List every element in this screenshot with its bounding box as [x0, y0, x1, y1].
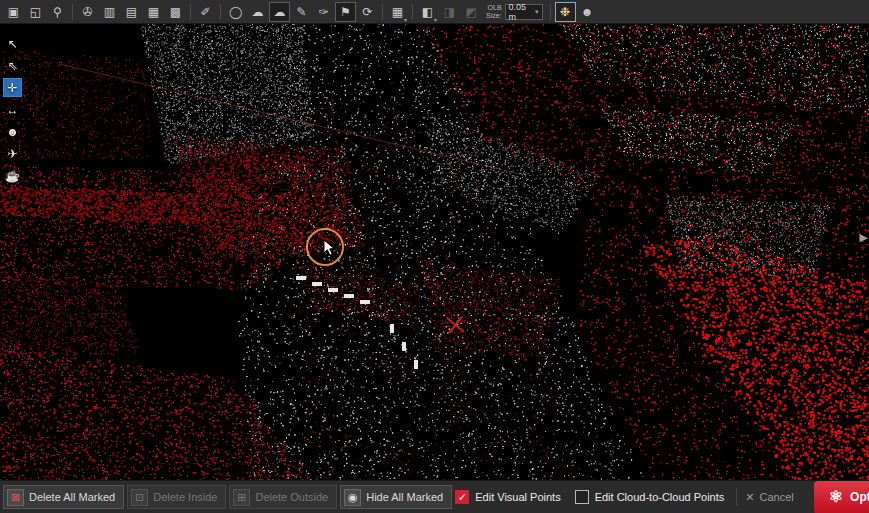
- pipette-tool-icon[interactable]: ✑: [313, 2, 334, 22]
- icon-glyph: ▣: [8, 5, 19, 19]
- clip-box-icon[interactable]: ◧▾: [417, 2, 438, 22]
- icon-glyph: ⚲: [53, 5, 62, 19]
- measure-distance-icon[interactable]: ↔: [3, 100, 22, 119]
- paint-bucket-icon[interactable]: ☕: [3, 166, 22, 185]
- button-label: Delete All Marked: [29, 491, 115, 503]
- cancel-button[interactable]: ✕ Cancel: [736, 488, 801, 506]
- button-label: Delete Inside: [153, 491, 217, 503]
- clip-outside-icon: ◩: [461, 2, 482, 22]
- select-cursor-icon[interactable]: ↖: [3, 34, 22, 53]
- left-toolbar: ↖⇖✛↔☻✈☕: [3, 34, 22, 185]
- icon-glyph: ⟳: [362, 5, 372, 19]
- check-icon: ✓: [458, 492, 467, 503]
- edit-cloud-to-cloud-checkbox[interactable]: Edit Cloud-to-Cloud Points: [575, 490, 725, 504]
- cloud-download-icon[interactable]: ☁: [247, 2, 268, 22]
- icon-glyph: ☻: [6, 125, 19, 139]
- magnifier-icon[interactable]: ⚲: [47, 2, 68, 22]
- bottom-buttons-group: ⊠Delete All Marked⊡Delete Inside⊞Delete …: [3, 485, 455, 509]
- control-point-icon[interactable]: ☻: [577, 2, 598, 22]
- button-label: Hide All Marked: [366, 491, 443, 503]
- checkbox-group: ✓Edit Visual PointsEdit Cloud-to-Cloud P…: [455, 490, 724, 504]
- select-marquee-icon[interactable]: ⇖: [3, 56, 22, 75]
- display-mode-dropdown[interactable]: ▦▾: [387, 2, 408, 22]
- highlight-tool-icon[interactable]: ❉: [555, 2, 576, 22]
- icon-glyph: ✑: [318, 5, 328, 19]
- icon-glyph: ↖: [7, 37, 17, 51]
- pencil-tool-icon[interactable]: ✎: [291, 2, 312, 22]
- panel-expander-arrow[interactable]: ▶: [860, 231, 868, 244]
- split-view-icon[interactable]: ▥: [99, 2, 120, 22]
- olb-size-group: OLBSize:0.05 m▾: [486, 4, 543, 20]
- thumbnail-grid-icon[interactable]: ▦: [143, 2, 164, 22]
- icon-glyph: ⚑: [340, 5, 351, 19]
- circle-select-icon[interactable]: ◯: [225, 2, 246, 22]
- icon-glyph: ▩: [170, 5, 181, 19]
- icon-glyph: ✇: [82, 5, 92, 19]
- camera-icon[interactable]: ✇: [77, 2, 98, 22]
- hide-all-marked-button[interactable]: ◉Hide All Marked: [340, 485, 452, 509]
- fly-mode-icon[interactable]: ✈: [3, 144, 22, 163]
- orbit-view-icon[interactable]: ⟳: [357, 2, 378, 22]
- icon-glyph: ⇖: [7, 59, 17, 73]
- icon-glyph: ☕: [5, 169, 20, 183]
- person-view-icon[interactable]: ☻: [3, 122, 22, 141]
- application-window: ▣◱⚲✇▥▤▦▩✐◯☁☁✎✑⚑⟳▦▾◧▾◨◩OLBSize:0.05 m▾❉☻ …: [0, 0, 869, 513]
- olb-size-label-line1: OLB: [486, 4, 502, 12]
- pan-tool-icon[interactable]: ✛: [3, 78, 22, 97]
- brush-cursor-ring: [306, 228, 344, 266]
- photo-list-icon[interactable]: ▤: [121, 2, 142, 22]
- icon-glyph: ✛: [7, 81, 17, 95]
- olb-size-label-line2: Size:: [486, 12, 502, 20]
- checkbox-box: [575, 490, 589, 504]
- icon-glyph: ◱: [30, 5, 41, 19]
- delete-all-marked-button[interactable]: ⊠Delete All Marked: [3, 485, 124, 509]
- icon-glyph: ◯: [229, 5, 242, 19]
- image-preview-icon[interactable]: ▣: [3, 2, 24, 22]
- top-toolbar-items: ▣◱⚲✇▥▤▦▩✐◯☁☁✎✑⚑⟳▦▾◧▾◨◩OLBSize:0.05 m▾❉☻: [3, 0, 598, 23]
- toolbar-separator: [412, 4, 413, 20]
- icon-glyph: ✈: [7, 147, 17, 161]
- delete-outside-icon: ⊞: [233, 489, 250, 506]
- toolbar-separator: [220, 4, 221, 20]
- marker-pin-icon[interactable]: ⚑: [335, 2, 356, 22]
- icon-glyph: ✐: [200, 5, 210, 19]
- close-icon: ✕: [745, 491, 754, 504]
- icon-glyph: ☁: [274, 5, 286, 19]
- bottom-right-group: ✓Edit Visual PointsEdit Cloud-to-Cloud P…: [455, 481, 869, 513]
- toolbar-separator: [72, 4, 73, 20]
- toolbar-separator: [382, 4, 383, 20]
- icon-glyph: ◨: [444, 5, 455, 19]
- mouse-cursor-icon: [323, 239, 337, 257]
- icon-glyph: ◩: [466, 5, 477, 19]
- toolbar-separator: [550, 4, 551, 20]
- delete-inside-button: ⊡Delete Inside: [127, 485, 226, 509]
- zoom-window-icon[interactable]: ◱: [25, 2, 46, 22]
- edit-visual-points-checkbox[interactable]: ✓Edit Visual Points: [455, 490, 560, 504]
- olb-size-label: OLBSize:: [486, 4, 502, 20]
- optimize-bundle-button[interactable]: ⚛ Optimize Bundle: [814, 481, 869, 513]
- checkbox-label: Edit Visual Points: [475, 491, 560, 503]
- checkbox-box: ✓: [455, 490, 469, 504]
- icon-glyph: ☻: [581, 5, 594, 19]
- icon-glyph: ◧: [422, 5, 433, 19]
- icon-glyph: ☁: [252, 5, 264, 19]
- delete-all-marked-icon: ⊠: [7, 489, 24, 506]
- bottom-toolbar: ⊠Delete All Marked⊡Delete Inside⊞Delete …: [0, 480, 869, 513]
- chevron-down-icon: ▾: [434, 16, 437, 23]
- icon-glyph: ▦: [392, 5, 403, 19]
- chevron-down-icon: ▾: [404, 16, 407, 23]
- icon-glyph: ▦: [148, 5, 159, 19]
- top-toolbar: ▣◱⚲✇▥▤▦▩✐◯☁☁✎✑⚑⟳▦▾◧▾◨◩OLBSize:0.05 m▾❉☻: [0, 0, 869, 24]
- optimize-bundle-label: Optimize Bundle: [850, 490, 869, 504]
- point-cloud-viewport[interactable]: [0, 24, 869, 480]
- cloud-edit-icon[interactable]: ☁: [269, 2, 290, 22]
- delete-outside-button: ⊞Delete Outside: [229, 485, 337, 509]
- icon-glyph: ❉: [560, 5, 570, 19]
- olb-size-dropdown[interactable]: 0.05 m▾: [505, 4, 543, 20]
- olb-size-value: 0.05 m: [509, 2, 535, 22]
- bundle-atoms-icon: ⚛: [829, 489, 843, 505]
- icon-glyph: ↔: [7, 103, 19, 117]
- film-strip-icon[interactable]: ▩: [165, 2, 186, 22]
- blade-tool-icon[interactable]: ✐: [195, 2, 216, 22]
- icon-glyph: ▥: [104, 5, 115, 19]
